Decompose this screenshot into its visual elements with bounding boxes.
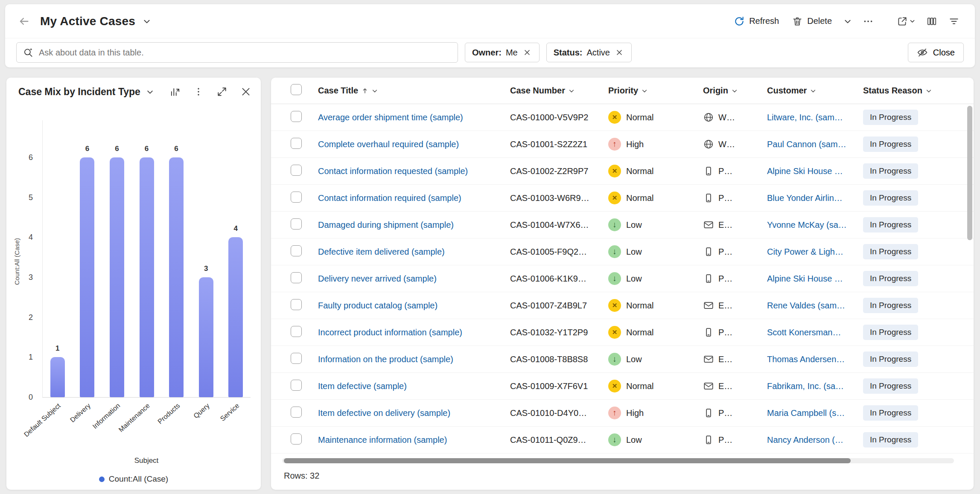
row-checkbox[interactable] — [291, 353, 302, 364]
bar-maintenance[interactable] — [140, 157, 154, 397]
table-row[interactable]: Contact information required (sample) CA… — [271, 185, 974, 212]
bar-products[interactable] — [169, 157, 184, 397]
table-row[interactable]: Contact information requested (sample) C… — [271, 158, 974, 185]
row-checkbox[interactable] — [291, 380, 302, 391]
bar-information[interactable] — [110, 157, 124, 397]
table-row[interactable]: Complete overhaul required (sample) CAS-… — [271, 131, 974, 158]
table-row[interactable]: Delivery never arrived (sample) CAS-0100… — [271, 265, 974, 292]
row-checkbox[interactable] — [291, 272, 302, 283]
bar-service[interactable] — [228, 237, 243, 397]
column-label: Priority — [608, 86, 638, 96]
expand-chart-button[interactable] — [215, 84, 229, 99]
customer-link[interactable]: Alpine Ski House … — [767, 166, 857, 176]
table-row[interactable]: Incorrect product information (sample) C… — [271, 319, 974, 346]
table-row[interactable]: Defective item delivered (sample) CAS-01… — [271, 238, 974, 265]
table-row[interactable]: Information on the product (sample) CAS-… — [271, 346, 974, 373]
column-header-case-number[interactable]: Case Number — [504, 86, 602, 96]
bar-default-subject[interactable] — [50, 357, 65, 397]
row-checkbox[interactable] — [291, 138, 302, 149]
customer-link[interactable]: Maria Campbell (s… — [767, 408, 857, 418]
bar-delivery[interactable] — [80, 157, 94, 397]
ask-data-box — [16, 42, 458, 63]
delete-button[interactable]: Delete — [787, 12, 837, 31]
case-title-link[interactable]: Defective item delivered (sample) — [318, 247, 504, 257]
share-button[interactable] — [892, 12, 919, 31]
case-title-link[interactable]: Incorrect product information (sample) — [318, 328, 504, 337]
row-checkbox[interactable] — [291, 111, 302, 122]
case-title-link[interactable]: Contact information required (sample) — [318, 193, 504, 203]
column-header-origin[interactable]: Origin — [697, 86, 761, 96]
column-header-status-reason[interactable]: Status Reason — [857, 86, 974, 96]
table-row[interactable]: Faulty product catalog (sample) CAS-0100… — [271, 292, 974, 319]
more-commands-chevron-button[interactable] — [840, 13, 856, 29]
bar-value-label: 6 — [102, 145, 132, 153]
chart-more-options-button[interactable] — [192, 85, 205, 99]
row-checkbox[interactable] — [291, 218, 302, 230]
status-badge: In Progress — [863, 325, 918, 340]
close-chart-button[interactable] — [239, 84, 253, 99]
customer-link[interactable]: Rene Valdes (sam… — [767, 301, 857, 311]
customer-link[interactable]: Fabrikam, Inc. (sa… — [767, 381, 857, 391]
customer-link[interactable]: Litware, Inc. (sam… — [767, 113, 857, 122]
bar-value-label: 6 — [161, 145, 191, 153]
priority-low-icon: ↓ — [608, 245, 621, 258]
case-title-link[interactable]: Complete overhaul required (sample) — [318, 139, 504, 149]
view-selector-chevron-icon[interactable] — [140, 15, 153, 28]
case-title-link[interactable]: Average order shipment time (sample) — [318, 113, 504, 122]
table-row[interactable]: Maintenance information (sample) CAS-010… — [271, 427, 974, 453]
chart-refresh-icon — [169, 86, 181, 97]
case-title-link[interactable]: Damaged during shipment (sample) — [318, 220, 504, 230]
select-all-checkbox[interactable] — [291, 84, 302, 95]
customer-link[interactable]: Yvonne McKay (sa… — [767, 220, 857, 230]
row-checkbox[interactable] — [291, 407, 302, 418]
horizontal-scrollbar[interactable] — [282, 458, 954, 463]
case-title-link[interactable]: Information on the product (sample) — [318, 355, 504, 364]
case-title-link[interactable]: Contact information requested (sample) — [318, 166, 504, 176]
row-checkbox[interactable] — [291, 299, 302, 310]
change-chart-view-button[interactable] — [168, 84, 182, 99]
customer-link[interactable]: City Power & Ligh… — [767, 247, 857, 257]
edit-columns-button[interactable] — [922, 12, 942, 31]
case-title-link[interactable]: Delivery never arrived (sample) — [318, 274, 504, 284]
trash-icon — [792, 16, 803, 27]
table-row[interactable]: Average order shipment time (sample) CAS… — [271, 104, 974, 131]
column-header-customer[interactable]: Customer — [761, 86, 857, 96]
remove-owner-filter-button[interactable] — [522, 47, 532, 58]
vertical-scrollbar-thumb[interactable] — [967, 106, 972, 240]
row-checkbox[interactable] — [291, 433, 302, 445]
customer-link[interactable]: Nancy Anderson (… — [767, 435, 857, 445]
refresh-button[interactable]: Refresh — [729, 12, 784, 31]
row-checkbox[interactable] — [291, 192, 302, 203]
row-checkbox[interactable] — [291, 165, 302, 176]
horizontal-scrollbar-thumb[interactable] — [284, 458, 851, 463]
bar-query[interactable] — [199, 277, 213, 397]
customer-link[interactable]: Blue Yonder Airlin… — [767, 193, 857, 203]
filter-button[interactable] — [944, 12, 964, 31]
vertical-scrollbar[interactable] — [967, 105, 972, 453]
customer-link[interactable]: Scott Konersman… — [767, 328, 857, 337]
back-button[interactable] — [16, 14, 32, 29]
filter-pill-owner[interactable]: Owner: Me — [465, 43, 540, 62]
ask-data-input[interactable] — [39, 48, 452, 58]
priority-label: Normal — [626, 381, 653, 391]
customer-link[interactable]: Thomas Andersen… — [767, 355, 857, 364]
filter-pill-status[interactable]: Status: Active — [546, 43, 632, 62]
row-checkbox[interactable] — [291, 326, 302, 337]
case-title-link[interactable]: Faulty product catalog (sample) — [318, 301, 504, 311]
column-header-priority[interactable]: Priority — [602, 86, 697, 96]
row-checkbox[interactable] — [291, 245, 302, 256]
remove-status-filter-button[interactable] — [614, 47, 624, 58]
customer-link[interactable]: Paul Cannon (sam… — [767, 139, 857, 149]
table-row[interactable]: Item defective (sample) CAS-01009-X7F6V1… — [271, 373, 974, 400]
case-title-link[interactable]: Item defective (sample) — [318, 381, 504, 391]
overflow-menu-button[interactable] — [858, 12, 878, 31]
close-ask-bar-button[interactable]: Close — [908, 43, 964, 62]
case-title-link[interactable]: Maintenance information (sample) — [318, 435, 504, 445]
column-header-case-title[interactable]: Case Title — [312, 86, 504, 96]
table-row[interactable]: Item defective on delivery (sample) CAS-… — [271, 400, 974, 427]
case-number: CAS-01032-Y1T2P9 — [510, 328, 588, 337]
case-title-link[interactable]: Item defective on delivery (sample) — [318, 408, 504, 418]
chart-selector-chevron-icon[interactable] — [144, 86, 156, 98]
customer-link[interactable]: Alpine Ski House … — [767, 274, 857, 284]
table-row[interactable]: Damaged during shipment (sample) CAS-010… — [271, 212, 974, 238]
